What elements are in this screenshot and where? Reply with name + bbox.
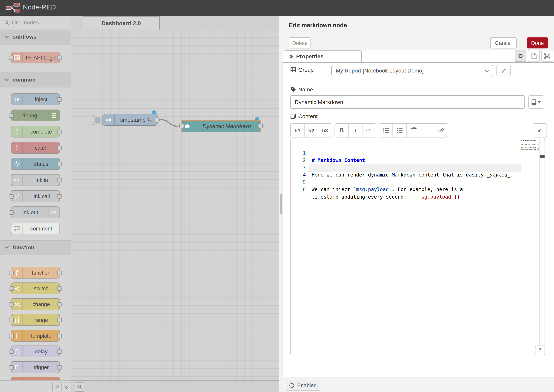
ordered-list-button[interactable]: 1 2 3 (379, 124, 393, 137)
expand-editor-button-wrap (533, 123, 547, 138)
link-button[interactable] (434, 124, 448, 137)
debug-icon (48, 110, 59, 121)
palette-node-link-out[interactable]: link out (11, 206, 60, 218)
heading-button-group: h1 h2 h3 (290, 123, 332, 138)
palette-node-template[interactable]: { template (11, 330, 60, 342)
palette-filter[interactable]: filter nodes (0, 16, 71, 30)
input-port (9, 113, 14, 118)
delete-button[interactable]: Delete (289, 37, 311, 49)
h2-button[interactable]: h2 (305, 124, 318, 137)
output-port[interactable] (258, 124, 263, 128)
format-button-group: B I </> (335, 123, 376, 138)
group-select[interactable]: My Report [Notebook Layout Demo] (331, 65, 493, 76)
ordered-list-icon: 1 2 3 (383, 128, 389, 133)
name-label: Name (290, 86, 313, 93)
input-port (9, 350, 14, 354)
palette-node-catch[interactable]: ! catch (11, 142, 60, 154)
chevron-down-icon (5, 78, 9, 81)
tray-button-row: Delete Cancel Done (282, 35, 554, 51)
tray-resize-handle[interactable] (280, 194, 282, 214)
appearance-view-button[interactable] (541, 50, 553, 62)
input-port (9, 56, 14, 60)
code-button[interactable]: </> (363, 124, 376, 137)
done-button[interactable]: Done (527, 37, 548, 49)
palette-node-label: FF API Login (23, 52, 59, 63)
list-button-group: 1 2 3 ““ — (379, 123, 448, 138)
palette-expand-all-button[interactable] (62, 383, 71, 391)
wire[interactable] (160, 119, 178, 126)
markdown-code-editor[interactable]: 1 # Markdown Content 2 3 Here we can ren… (290, 139, 545, 355)
name-type-button[interactable] (528, 95, 544, 109)
palette-filter-placeholder: filter nodes (12, 19, 39, 26)
app-header: Node-RED (0, 0, 554, 16)
palette-node-status[interactable]: status (11, 158, 60, 170)
palette-node-link-in[interactable]: link in (11, 174, 60, 186)
wire-layer (71, 16, 279, 380)
palette-node-link-call[interactable]: link call (11, 190, 60, 202)
palette-node-debug[interactable]: debug (11, 110, 60, 121)
tray-tabrow: ⚙ Properties (282, 50, 554, 63)
name-input[interactable]: Dynamic Markdown (290, 95, 525, 109)
h1-button[interactable]: h1 (291, 124, 305, 137)
palette-node-change[interactable]: change (11, 298, 60, 310)
input-port[interactable] (179, 124, 184, 128)
output-port[interactable] (155, 118, 160, 122)
overview-ruler-marker[interactable] (540, 155, 545, 158)
canvas-search-button[interactable] (75, 382, 84, 392)
appearance-icon (544, 53, 550, 59)
palette-node-range[interactable]: range (11, 314, 60, 326)
palette-collapse-all-button[interactable] (52, 383, 62, 391)
palette-node-complete[interactable]: ! complete (11, 126, 60, 138)
code-line: timestamp updating every second: {{ msg.… (312, 193, 460, 201)
palette-node-delay[interactable]: delay (11, 345, 60, 357)
palette-node-switch[interactable]: switch (11, 282, 60, 294)
bold-button[interactable]: B (335, 124, 349, 137)
blockquote-button[interactable]: ““ (407, 124, 421, 137)
palette-node-trigger[interactable]: trigger (11, 361, 60, 373)
input-port (9, 365, 14, 370)
palette-footer (0, 380, 71, 392)
description-view-button[interactable] (528, 50, 540, 62)
canvas-node-dynamic-markdown[interactable]: Dynamic Markdown (181, 120, 261, 132)
expand-editor-button[interactable] (533, 124, 547, 137)
editor-minimap[interactable]: # Markdown Content Here we can render dy… (521, 140, 539, 154)
properties-view-button[interactable]: ⚙ (515, 50, 526, 62)
circle-icon (289, 383, 294, 388)
palette-node-function[interactable]: ƒ function (11, 267, 60, 279)
output-port (57, 194, 62, 199)
double-chevron-up-icon (55, 385, 59, 389)
minimap-separator (540, 139, 540, 345)
output-port (57, 56, 62, 60)
input-port (9, 210, 14, 215)
palette-category-subflows[interactable]: subflows (0, 29, 71, 44)
inject-icon (103, 114, 115, 125)
palette-node-ff-api-login[interactable]: FF API Login (11, 52, 60, 63)
tab-properties[interactable]: ⚙ Properties (284, 50, 362, 62)
code-line: We can inject `msg.payload`. For example… (312, 186, 463, 193)
editor-help-button[interactable]: ? (535, 345, 545, 355)
palette-node-inject[interactable]: debug inject (11, 93, 60, 105)
inject-trigger-button[interactable] (93, 115, 103, 125)
link-icon (438, 128, 444, 133)
comment-icon (11, 223, 23, 234)
horizontal-rule-button[interactable]: — (421, 124, 434, 137)
copy-icon (290, 113, 296, 119)
caret-down-icon (538, 101, 541, 103)
link-out-icon (48, 207, 59, 218)
pencil-icon (501, 68, 506, 73)
palette-category-common[interactable]: common (0, 72, 71, 87)
enabled-toggle-button[interactable]: Enabled (286, 380, 320, 391)
canvas-node-timestamp[interactable]: timestamp ↻ (103, 114, 158, 126)
content-label: Content (290, 113, 318, 119)
expand-icon (537, 128, 543, 133)
flow-canvas[interactable]: Dashboard 2.0 timestamp ↻ Dynamic Markdo… (71, 16, 279, 392)
edit-group-button[interactable] (497, 65, 511, 76)
unordered-list-button[interactable] (393, 124, 407, 137)
italic-button[interactable]: I (349, 124, 363, 137)
palette-category-function[interactable]: function (0, 240, 71, 255)
h3-button[interactable]: h3 (318, 124, 332, 137)
node-label: timestamp ↻ (115, 114, 157, 125)
cancel-button[interactable]: Cancel (490, 37, 517, 49)
gear-icon: ⚙ (518, 53, 523, 59)
palette-node-comment[interactable]: comment (11, 223, 60, 234)
